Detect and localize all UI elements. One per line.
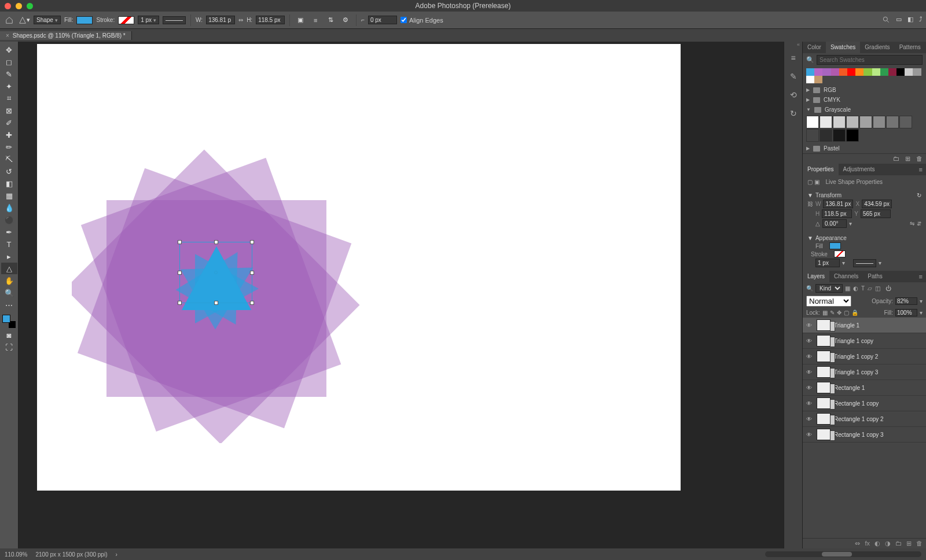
prop-w-input[interactable] — [823, 200, 853, 208]
dock-icon-2[interactable]: ✎ — [790, 72, 797, 81]
flip-v-icon[interactable]: ⇵ — [917, 220, 921, 227]
eraser-tool-icon[interactable]: ◧ — [1, 178, 17, 189]
handle-sw[interactable] — [178, 301, 182, 305]
canvas[interactable] — [37, 44, 681, 491]
lock-trans-icon[interactable]: ▦ — [822, 310, 828, 316]
layer-item[interactable]: 👁Rectangle 1 — [803, 380, 926, 396]
swatch[interactable] — [855, 68, 863, 76]
hand-tool-icon[interactable]: ✋ — [1, 275, 17, 286]
stroke-style-select[interactable] — [163, 16, 186, 24]
layer-item[interactable]: 👁Rectangle 1 copy — [803, 396, 926, 411]
layer-item[interactable]: 👁Triangle 1 — [803, 318, 926, 333]
swatch[interactable] — [806, 68, 814, 76]
reset-icon[interactable]: ↻ — [917, 192, 921, 198]
fill-opacity-input[interactable] — [895, 309, 917, 316]
quickmask-icon[interactable]: ◙ — [1, 329, 17, 341]
layer-thumbnail[interactable] — [817, 319, 831, 331]
close-tab-icon[interactable]: × — [6, 32, 9, 39]
visibility-icon[interactable]: 👁 — [806, 432, 813, 438]
workspace-icon[interactable]: ◧ — [907, 16, 913, 25]
visibility-icon[interactable]: 👁 — [806, 353, 813, 360]
transform-center[interactable] — [214, 271, 218, 274]
fx-icon[interactable]: fx — [865, 540, 870, 547]
lock-nest-icon[interactable]: ▢ — [844, 310, 849, 316]
layer-item[interactable]: 👁Rectangle 1 copy 2 — [803, 411, 926, 427]
visibility-icon[interactable]: 👁 — [806, 322, 813, 329]
shape-mode-select[interactable]: Shape — [34, 16, 61, 24]
radius-input[interactable] — [368, 16, 397, 24]
tab-paths[interactable]: Paths — [863, 271, 887, 282]
swatch[interactable] — [831, 68, 839, 76]
brush-tool-icon[interactable]: ✏ — [1, 141, 17, 153]
collapse-panels-icon[interactable]: « — [784, 42, 802, 47]
swatch-group-pastel[interactable]: ▶Pastel — [803, 143, 926, 153]
layer-item[interactable]: 👁Triangle 1 copy 2 — [803, 349, 926, 364]
prop-stroke-w-input[interactable] — [815, 259, 840, 267]
frame-tool-icon[interactable]: ⊠ — [1, 105, 17, 116]
layer-thumbnail[interactable] — [817, 366, 831, 378]
handle-w[interactable] — [178, 271, 182, 275]
opacity-input[interactable] — [895, 297, 917, 305]
transform-header[interactable]: Transform — [815, 192, 842, 198]
shape-tool-icon[interactable]: △ — [1, 263, 17, 274]
tab-color[interactable]: Color — [803, 42, 826, 53]
swatch[interactable] — [847, 68, 855, 76]
crop-tool-icon[interactable]: ⌗ — [1, 93, 17, 104]
zoom-tool-icon[interactable]: 🔍 — [1, 287, 17, 299]
appearance-header[interactable]: Appearance — [815, 235, 847, 241]
tab-layers[interactable]: Layers — [803, 271, 829, 282]
trash-icon[interactable]: 🗑 — [916, 540, 923, 547]
path-op-icon[interactable]: ▣ — [295, 14, 306, 26]
dodge-tool-icon[interactable]: ⚫ — [1, 214, 17, 226]
stroke-style-chip[interactable] — [853, 259, 876, 267]
dock-icon-1[interactable]: ≡ — [791, 53, 795, 62]
marquee-tool-icon[interactable]: ◻ — [1, 56, 17, 68]
link-wh-icon[interactable]: ⛓ — [807, 201, 813, 207]
swatch[interactable] — [833, 116, 846, 128]
arrange-icon[interactable]: ⇅ — [325, 14, 336, 26]
prop-h-input[interactable] — [822, 209, 852, 218]
filter-pixel-icon[interactable]: ▦ — [845, 285, 850, 292]
folder-new-icon[interactable]: 🗀 — [893, 155, 899, 163]
filter-adj-icon[interactable]: ◐ — [853, 285, 858, 292]
fill-swatch[interactable] — [76, 16, 93, 24]
blur-tool-icon[interactable]: 💧 — [1, 202, 17, 213]
swatch[interactable] — [820, 116, 832, 128]
handle-s[interactable] — [214, 301, 218, 305]
tab-properties[interactable]: Properties — [803, 164, 839, 175]
handle-nw[interactable] — [178, 240, 182, 244]
dock-icon-3[interactable]: ⟲ — [790, 90, 797, 100]
layer-thumbnail[interactable] — [817, 335, 831, 347]
tab-swatches[interactable]: Swatches — [826, 42, 860, 53]
swatch[interactable] — [820, 129, 832, 142]
link-layers-icon[interactable]: ⇔ — [855, 540, 860, 547]
swatch[interactable] — [859, 116, 872, 128]
fill-chip[interactable] — [829, 242, 841, 249]
stroke-swatch[interactable] — [118, 16, 134, 24]
blend-mode-select[interactable]: Normal — [806, 296, 851, 307]
filter-smart-icon[interactable]: ◫ — [875, 285, 880, 292]
handle-e[interactable] — [250, 271, 254, 275]
filter-type-icon[interactable]: T — [861, 285, 865, 292]
filter-shape-icon[interactable]: ▱ — [868, 285, 872, 292]
visibility-icon[interactable]: 👁 — [806, 338, 813, 344]
stroke-width-select[interactable]: 1 px — [138, 16, 159, 24]
heal-tool-icon[interactable]: ✚ — [1, 129, 17, 141]
prop-angle-input[interactable] — [822, 219, 847, 228]
swatch[interactable] — [814, 68, 822, 76]
panel-menu-icon[interactable]: ≡ — [916, 271, 926, 282]
selection-box[interactable] — [179, 242, 252, 303]
swatch-group-cmyk[interactable]: ▶CMYK — [803, 95, 926, 105]
flip-h-icon[interactable]: ⇋ — [910, 220, 914, 227]
swatch[interactable] — [839, 68, 847, 76]
swatch[interactable] — [846, 116, 859, 128]
swatch[interactable] — [806, 129, 819, 142]
filter-toggle-icon[interactable]: ⏻ — [885, 285, 891, 292]
swatch-search-input[interactable] — [817, 55, 923, 65]
tool-preset-icon[interactable]: ▾ — [19, 14, 30, 26]
home-icon[interactable] — [3, 14, 15, 26]
lasso-tool-icon[interactable]: ✎ — [1, 68, 17, 80]
new-swatch-icon[interactable]: ⊞ — [905, 155, 910, 163]
handle-n[interactable] — [214, 240, 218, 244]
visibility-icon[interactable]: 👁 — [806, 385, 813, 391]
